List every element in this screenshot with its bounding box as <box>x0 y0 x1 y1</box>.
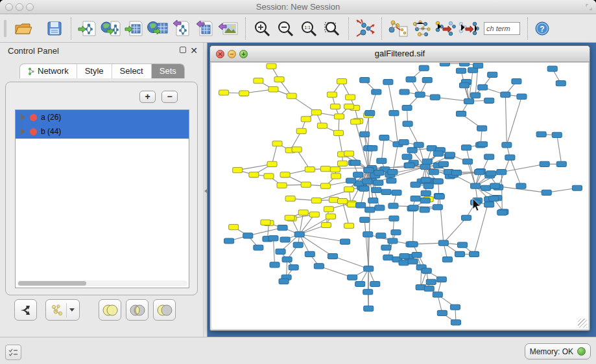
graph-node <box>399 260 409 266</box>
show-all-button[interactable] <box>457 17 480 40</box>
graph-node <box>363 179 372 184</box>
graph-node <box>486 171 496 176</box>
horizontal-scrollbar[interactable] <box>17 280 187 286</box>
graph-node <box>268 87 278 92</box>
graph-node <box>372 89 381 95</box>
graph-node <box>488 72 497 77</box>
import-table-file-button[interactable] <box>123 17 146 40</box>
network-frame[interactable]: ✕ − + galFiltered.sif <box>209 45 590 331</box>
difference-sets-button[interactable] <box>153 299 176 321</box>
close-panel-icon[interactable]: ✕ <box>190 47 198 54</box>
graph-node <box>419 65 429 71</box>
zoom-in-icon <box>254 20 270 37</box>
network-frame-titlebar[interactable]: ✕ − + galFiltered.sif <box>210 46 590 62</box>
graph-node <box>333 130 343 135</box>
graph-node <box>243 233 253 238</box>
disclosure-triangle-icon[interactable] <box>21 128 25 135</box>
graph-node <box>388 238 398 244</box>
zoom-in-button[interactable] <box>250 17 274 40</box>
select-first-neighbors-button[interactable] <box>410 17 433 40</box>
graph-node <box>464 98 474 104</box>
export-image-button[interactable] <box>216 17 239 40</box>
scrollbar-thumb[interactable] <box>18 281 86 286</box>
graph-node <box>433 179 443 184</box>
export-table-button[interactable] <box>193 17 216 40</box>
graph-node <box>429 170 438 175</box>
fullscreen-icon[interactable] <box>586 4 592 10</box>
graph-node <box>407 148 417 153</box>
tab-network[interactable]: Network <box>20 64 77 78</box>
graph-node <box>353 172 363 177</box>
zoom-out-button[interactable] <box>274 17 297 40</box>
toolbar-separator <box>71 17 71 40</box>
export-network-button[interactable] <box>169 17 193 40</box>
add-set-button[interactable]: + <box>139 91 156 103</box>
graph-node <box>363 232 373 237</box>
graph-node <box>484 154 494 159</box>
search-input[interactable] <box>484 22 520 35</box>
list-item[interactable]: a (26) <box>16 110 189 124</box>
graph-node <box>501 92 510 97</box>
export-network-icon <box>171 19 191 38</box>
graph-node <box>477 126 487 131</box>
graph-node <box>438 240 448 245</box>
graph-node <box>461 215 471 220</box>
tab-select[interactable]: Select <box>112 64 152 78</box>
create-set-menu-button[interactable] <box>45 299 80 321</box>
panel-divider[interactable] <box>203 43 208 337</box>
graph-node <box>372 187 381 192</box>
disclosure-triangle-icon[interactable] <box>21 114 25 120</box>
graph-node <box>461 145 471 150</box>
graph-node <box>516 183 526 188</box>
graph-node <box>375 205 385 210</box>
network-canvas[interactable] <box>211 63 588 329</box>
graph-node <box>421 190 431 196</box>
import-table-url-button[interactable] <box>146 17 169 40</box>
hide-selected-icon <box>434 19 456 38</box>
graph-node <box>374 170 384 176</box>
memory-status-button[interactable]: Memory: OK <box>525 343 591 359</box>
intersect-sets-button[interactable] <box>126 299 149 321</box>
graph-node <box>331 174 340 179</box>
import-network-url-button[interactable] <box>99 17 123 40</box>
graph-node <box>351 119 361 124</box>
hide-selected-button[interactable] <box>433 17 457 40</box>
remove-set-button[interactable]: − <box>161 91 178 103</box>
memory-status-label: Memory: OK <box>530 347 573 356</box>
float-panel-icon[interactable] <box>180 47 186 53</box>
split-set-button[interactable] <box>14 299 37 321</box>
list-item[interactable]: b (44) <box>16 124 189 139</box>
apply-preferred-layout-button[interactable] <box>353 17 377 40</box>
graph-node <box>282 257 292 262</box>
graph-node <box>415 92 425 97</box>
tab-label: Select <box>120 66 143 76</box>
import-table-url-icon <box>147 19 169 38</box>
zoom-selected-region-button[interactable] <box>320 17 344 40</box>
graph-node <box>376 233 386 238</box>
graph-node <box>338 199 348 204</box>
chevron-down-icon <box>69 308 75 312</box>
save-session-button[interactable] <box>43 17 66 40</box>
sets-toolbar <box>0 299 203 323</box>
split-arrows-icon <box>19 303 33 317</box>
new-network-from-selection-button[interactable] <box>387 17 410 40</box>
union-sets-button[interactable] <box>99 299 121 321</box>
frame-resize-grip[interactable] <box>578 319 587 328</box>
help-button[interactable]: ? <box>532 17 552 40</box>
graph-node <box>274 76 284 82</box>
graph-node <box>370 281 380 286</box>
app-window: Session: New Session <box>0 0 596 364</box>
tab-sets[interactable]: Sets <box>152 64 184 78</box>
graph-node <box>379 135 389 140</box>
zoom-actual-button[interactable]: 1:1 <box>297 17 320 40</box>
import-network-file-button[interactable] <box>76 17 99 40</box>
toolbar-drag-handle[interactable] <box>4 20 6 37</box>
graph-node <box>473 63 483 68</box>
task-history-button[interactable] <box>5 345 21 360</box>
export-table-icon <box>195 19 214 38</box>
sets-list[interactable]: a (26)b (44) <box>15 109 189 288</box>
graph-node <box>314 264 324 269</box>
tab-style[interactable]: Style <box>77 64 112 78</box>
network-graph[interactable] <box>211 63 588 329</box>
open-session-button[interactable] <box>12 17 35 40</box>
